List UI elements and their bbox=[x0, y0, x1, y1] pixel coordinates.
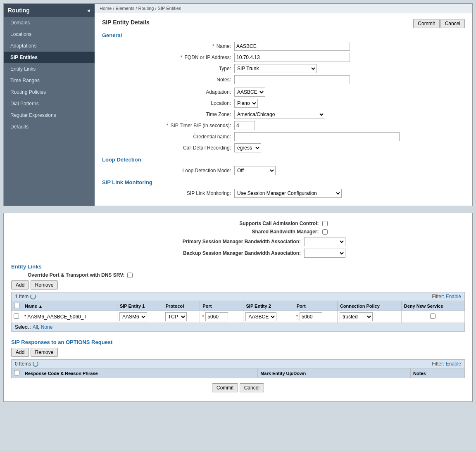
sidebar-item-adaptations[interactable]: Adaptations bbox=[4, 40, 95, 52]
entity-links-table: Name ▲ SIP Entity 1 Protocol Port SIP En… bbox=[11, 301, 465, 323]
col-protocol: Protocol bbox=[163, 301, 200, 311]
sip-responses-table: Response Code & Reason Phrase Mark Entit… bbox=[11, 368, 465, 378]
responses-filter-link[interactable]: Enable bbox=[446, 361, 461, 367]
select-all-checkbox[interactable] bbox=[14, 303, 19, 308]
sidebar-item-dial-patterns[interactable]: Dial Patterns bbox=[4, 98, 95, 109]
breadcrumb: Home / Elements / Routing / SIP Entities bbox=[95, 4, 472, 13]
adaptation-select[interactable]: AASBCE bbox=[234, 88, 265, 97]
sidebar-item-domains[interactable]: Domains bbox=[4, 17, 95, 28]
sip-link-select[interactable]: Use Session Manager Configuration bbox=[234, 189, 342, 198]
entity-links-add-button[interactable]: Add bbox=[11, 280, 29, 290]
loop-mode-label: Loop Detection Mode: bbox=[102, 168, 234, 173]
col-sip-entity2: SIP Entity 2 bbox=[243, 301, 294, 311]
bottom-commit-area: Commit Cancel bbox=[11, 383, 465, 392]
responses-refresh-icon[interactable] bbox=[33, 361, 38, 367]
refresh-icon[interactable] bbox=[30, 294, 36, 299]
sidebar-item-sip-entities[interactable]: SIP Entities bbox=[4, 52, 95, 63]
select-all-link[interactable]: All bbox=[33, 324, 38, 330]
notes-label: Notes: bbox=[102, 77, 234, 83]
call-detail-label: Call Detail Recording: bbox=[102, 145, 234, 151]
col-port2: Port bbox=[294, 301, 337, 311]
cancel-button-top[interactable]: Cancel bbox=[440, 19, 465, 28]
row-sip-entity2: AASBCE bbox=[243, 311, 294, 323]
sip-responses-title: SIP Responses to an OPTIONS Request bbox=[11, 339, 465, 345]
type-label: Type: bbox=[102, 66, 234, 71]
responses-col-checkbox bbox=[12, 368, 22, 378]
sidebar-title[interactable]: Routing ◄ bbox=[4, 4, 95, 17]
select-label: Select : bbox=[15, 324, 31, 330]
port2-input[interactable] bbox=[300, 312, 322, 321]
protocol-select[interactable]: TCP UDP TLS bbox=[165, 312, 187, 321]
filter-enable-link[interactable]: Enable bbox=[446, 294, 461, 299]
type-select[interactable]: SIP Trunk Session Manager bbox=[234, 64, 317, 73]
name-input[interactable] bbox=[234, 42, 350, 51]
credential-input[interactable] bbox=[234, 132, 400, 141]
row-connection-policy: trusted deny bbox=[337, 311, 401, 323]
timezone-label: Time Zone: bbox=[102, 112, 234, 117]
top-btn-group: Commit Cancel bbox=[413, 19, 465, 28]
sidebar-item-regular-expressions[interactable]: Regular Expressions bbox=[4, 109, 95, 121]
responses-header-row: Response Code & Reason Phrase Mark Entit… bbox=[12, 368, 465, 378]
sidebar-item-defaults[interactable]: Defaults bbox=[4, 121, 95, 133]
connection-policy-select[interactable]: trusted deny bbox=[340, 312, 373, 321]
row-name: * AASM6_AASBCE_5060_T bbox=[22, 311, 117, 323]
sidebar-collapse-icon: ◄ bbox=[86, 8, 90, 13]
sidebar: Routing ◄ DomainsLocationsAdaptationsSIP… bbox=[4, 4, 95, 206]
row-checkbox[interactable] bbox=[14, 313, 19, 319]
fqdn-label: * FQDN or IP Address: bbox=[102, 55, 234, 60]
responses-filter-area: Filter: Enable bbox=[432, 361, 461, 367]
loop-mode-select[interactable]: Off On bbox=[234, 166, 276, 175]
row-protocol: TCP UDP TLS bbox=[163, 311, 200, 323]
row-port1: * bbox=[200, 311, 243, 323]
item-count-text: 1 Item bbox=[15, 294, 29, 299]
sidebar-item-locations[interactable]: Locations bbox=[4, 28, 95, 40]
row-deny-new-service bbox=[401, 311, 464, 323]
port1-input[interactable] bbox=[205, 312, 228, 321]
location-select[interactable]: Plano bbox=[234, 99, 258, 108]
primary-sm-label: Primary Session Manager Bandwidth Associ… bbox=[131, 239, 304, 244]
sidebar-item-entity-links[interactable]: Entity Links bbox=[4, 63, 95, 75]
responses-table-header: 0 Items Filter: Enable bbox=[11, 359, 465, 368]
name-label: * Name: bbox=[102, 43, 234, 49]
cac-checkbox[interactable] bbox=[322, 221, 328, 226]
responses-select-all[interactable] bbox=[14, 370, 19, 375]
sidebar-item-time-ranges[interactable]: Time Ranges bbox=[4, 75, 95, 86]
sip-entity1-select[interactable]: AASM6 bbox=[119, 312, 147, 321]
backup-sm-label: Backup Session Manager Bandwidth Associa… bbox=[131, 250, 304, 256]
sidebar-title-label: Routing bbox=[8, 7, 30, 14]
main-content: Home / Elements / Routing / SIP Entities… bbox=[95, 4, 472, 206]
responses-col-phrase: Response Code & Reason Phrase bbox=[22, 368, 258, 378]
general-section-title: General bbox=[102, 32, 465, 38]
override-checkbox[interactable] bbox=[127, 273, 133, 278]
notes-input[interactable] bbox=[234, 75, 350, 84]
col-sip-entity1: SIP Entity 1 bbox=[117, 301, 163, 311]
timezone-select[interactable]: America/Chicago bbox=[234, 110, 325, 119]
responses-remove-button[interactable]: Remove bbox=[31, 348, 58, 357]
sidebar-item-routing-policies[interactable]: Routing Policies bbox=[4, 86, 95, 98]
shared-bw-checkbox[interactable] bbox=[322, 229, 328, 235]
bottom-section: Supports Call Admission Control: Shared … bbox=[3, 213, 473, 402]
sip-timer-input[interactable] bbox=[234, 121, 255, 130]
responses-count: 0 Items bbox=[15, 361, 38, 367]
responses-col-mark: Mark Entity Up/Down bbox=[258, 368, 411, 378]
sip-link-label: SIP Link Monitoring: bbox=[102, 190, 234, 196]
commit-button-top[interactable]: Commit bbox=[413, 19, 439, 28]
call-detail-select[interactable]: egress ingress both none bbox=[234, 143, 261, 152]
entity-links-remove-button[interactable]: Remove bbox=[31, 280, 58, 290]
row-checkbox-cell bbox=[12, 311, 22, 323]
backup-sm-select[interactable] bbox=[304, 249, 345, 258]
select-none-link[interactable]: None bbox=[41, 324, 53, 330]
select-bar: Select : All, None bbox=[11, 323, 465, 332]
commit-button-bottom[interactable]: Commit bbox=[212, 383, 238, 392]
sip-responses-section: SIP Responses to an OPTIONS Request Add … bbox=[11, 339, 465, 378]
responses-add-button[interactable]: Add bbox=[11, 348, 29, 357]
cancel-button-bottom[interactable]: Cancel bbox=[240, 383, 264, 392]
entity-links-section: Entity Links Override Port & Transport w… bbox=[11, 263, 465, 332]
sip-entity2-select[interactable]: AASBCE bbox=[245, 312, 276, 321]
fqdn-input[interactable] bbox=[234, 53, 350, 62]
deny-new-service-checkbox[interactable] bbox=[430, 313, 436, 319]
filter-label: Filter: bbox=[432, 294, 444, 299]
table-row: * AASM6_AASBCE_5060_T AASM6 TCP UDP TLS bbox=[12, 311, 465, 323]
breadcrumb-text: Home / Elements / Routing / SIP Entities bbox=[100, 6, 181, 11]
primary-sm-select[interactable] bbox=[304, 237, 345, 246]
